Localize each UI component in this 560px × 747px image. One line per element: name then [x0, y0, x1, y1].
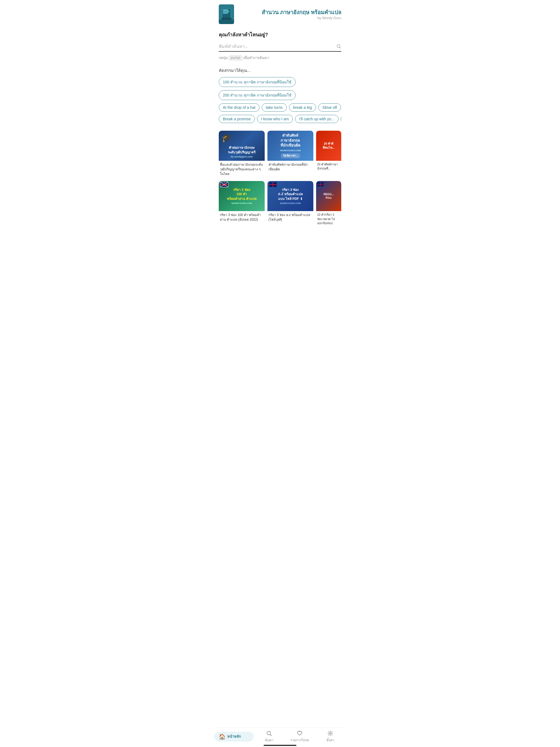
- enter-badge: ENTER: [229, 56, 242, 60]
- card-caption-5: กริยา 3 ช่อง a-z พร้อมคำแปล (ไฟล์ pdf): [268, 211, 313, 224]
- tag-200-idioms[interactable]: 200 สำนวน สุภาษิต ภาษาอังกฤษที่นิยมใช้: [219, 90, 296, 100]
- card-verb3-100[interactable]: กริยา 3 ช่อง100 คำพร้อมคำอ่าน คำแปล WORD…: [219, 181, 265, 227]
- card-degree-abbreviation[interactable]: 🎓 ตัวย่อภาษาอังกฤษระดับวุฒิปริญญาตรี by …: [219, 131, 265, 178]
- svg-point-6: [337, 45, 340, 48]
- card-verb3-exam-partial[interactable]: REGU... ที่นิยม 10 คำกริยา 3 ช่อง หมวด ไ…: [316, 181, 341, 227]
- card-caption-3: 20 คำศัพท์ภาษาอังกฤษที่...: [316, 161, 341, 173]
- tag-break-promise[interactable]: Break a promise: [219, 115, 255, 123]
- card-misspelled-words[interactable]: คำทับศัพท์ภาษาอังกฤษที่มักเขียนผิด WORDY…: [268, 131, 313, 178]
- search-label: คุณกำลังหาคำไหนอยู่?: [219, 31, 341, 38]
- card-20-vocab-partial[interactable]: 20 คำค้ที่คนไท... 20 คำศัพท์ภาษาอังกฤษที…: [316, 131, 341, 178]
- card-caption-1: ชื่อและตัวย่อภาษาอังกฤษระดับวุฒิปริญญาตร…: [219, 161, 265, 178]
- site-subtitle: by Wordy Guru: [262, 16, 341, 20]
- tag-know-who[interactable]: I know who I am: [257, 115, 293, 123]
- site-title: สำนวน ภาษาอังกฤษ พร้อมคำแปล: [262, 9, 341, 16]
- tag-catch-up[interactable]: I'll catch up with yo...: [295, 115, 338, 123]
- tags-section: คัดสรรมาให้คุณ... 100 สำนวน สุภาษิต ภาษา…: [214, 63, 346, 129]
- search-icon-button[interactable]: [336, 44, 341, 50]
- tags-row-3: At the drop of a hat take turns break a …: [219, 103, 341, 113]
- cards-row-1: 🎓 ตัวย่อภาษาอังกฤษระดับวุฒิปริญญาตรี by …: [219, 131, 341, 178]
- site-title-block: สำนวน ภาษาอังกฤษ พร้อมคำแปล by Wordy Gur…: [262, 9, 341, 20]
- tags-row-2: 200 สำนวน สุภาษิต ภาษาอังกฤษที่นิยมใช้: [219, 90, 341, 101]
- search-input-container: [219, 43, 341, 52]
- svg-rect-1: [223, 9, 228, 10]
- tags-row-4: Break a promise I know who I am I'll cat…: [219, 115, 341, 124]
- card-caption-4: กริยา 3 ช่อง 100 คำ พร้อมคำอ่าน คำแปล (อ…: [219, 211, 265, 224]
- tags-row-1: 100 สำนวน สุภาษิต ภาษาอังกฤษที่นิยมใช้: [219, 77, 341, 88]
- tag-100-idioms[interactable]: 100 สำนวน สุภาษิต ภาษาอังกฤษที่นิยมใช้: [219, 77, 296, 87]
- card-verb3-az-pdf[interactable]: กริยา 3 ช่องA-Z พร้อมคำแปลแบบ ไฟล์ PDF ⬇…: [268, 181, 313, 227]
- svg-rect-5: [222, 18, 231, 21]
- tags-label: คัดสรรมาให้คุณ...: [219, 67, 341, 74]
- cards-section: 🎓 ตัวย่อภาษาอังกฤษระดับวุฒิปริญญาตรี by …: [214, 129, 346, 229]
- search-input[interactable]: [219, 43, 341, 50]
- tag-skive-off[interactable]: Skive off: [318, 103, 341, 111]
- svg-rect-4: [223, 13, 228, 14]
- tag-break-a-leg[interactable]: break a leg: [289, 103, 316, 111]
- svg-rect-2: [223, 11, 229, 11]
- cards-row-2: กริยา 3 ช่อง100 คำพร้อมคำอ่าน คำแปล WORD…: [219, 181, 341, 227]
- tag-at-the-drop[interactable]: At the drop of a hat: [219, 103, 259, 111]
- header: สำนวน ภาษาอังกฤษ พร้อมคำแปล by Wordy Gur…: [214, 0, 346, 26]
- tag-keeping-eye[interactable]: I'm keeping my eye...: [341, 115, 341, 123]
- svg-line-7: [340, 47, 341, 48]
- tag-take-turns[interactable]: take turns: [262, 103, 286, 111]
- app-logo: [219, 4, 234, 24]
- card-caption-2: คำทับศัพท์ภาษาอังกฤษที่มักเขียนผิด: [268, 161, 313, 173]
- logo-container: [219, 4, 234, 24]
- hint-suffix: เพื่อทำการค้นหา: [244, 55, 269, 61]
- search-hint: กดปุ่ม ENTER เพื่อทำการค้นหา: [219, 55, 341, 61]
- search-section: คุณกำลังหาคำไหนอยู่? กดปุ่ม ENTER เพื่อท…: [214, 26, 346, 63]
- svg-rect-3: [223, 12, 229, 12]
- hint-prefix: กดปุ่ม: [219, 55, 228, 61]
- card-caption-6: 10 คำกริยา 3 ช่อง หมวด ไปออกข้อสอบ: [316, 211, 341, 227]
